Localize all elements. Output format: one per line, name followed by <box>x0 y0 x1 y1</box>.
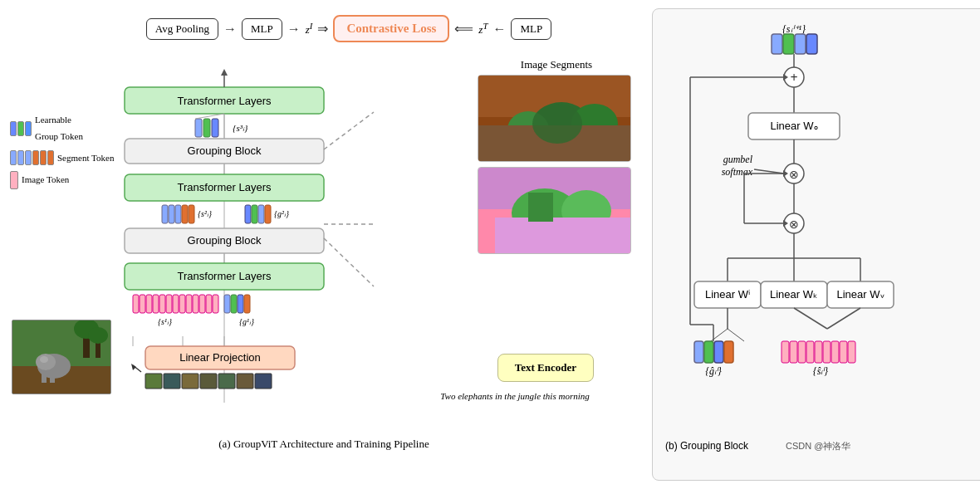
svg-rect-35 <box>258 205 264 223</box>
svg-rect-146 <box>840 341 847 363</box>
svg-rect-144 <box>823 341 831 363</box>
elephant-svg <box>12 320 111 394</box>
svg-text:Transformer Layers: Transformer Layers <box>178 270 272 282</box>
svg-rect-139 <box>782 341 789 363</box>
svg-rect-36 <box>265 205 271 223</box>
svg-point-7 <box>40 356 48 363</box>
svg-rect-147 <box>848 341 855 363</box>
svg-rect-16 <box>203 119 210 137</box>
svg-rect-31 <box>189 205 194 223</box>
svg-rect-51 <box>179 295 185 313</box>
svg-rect-54 <box>199 295 205 313</box>
svg-rect-58 <box>231 295 237 313</box>
svg-rect-74 <box>255 374 272 389</box>
svg-line-77 <box>195 114 224 119</box>
svg-point-86 <box>532 104 582 144</box>
svg-text:Transformer Layers: Transformer Layers <box>178 181 272 193</box>
svg-rect-56 <box>213 295 218 313</box>
legend-learnable-label: Learnable Group Token <box>35 112 83 145</box>
arch-svg: Transformer Layers {s³ᵢ} Grouping Block <box>116 46 532 444</box>
svg-rect-33 <box>245 205 251 223</box>
svg-rect-48 <box>159 295 165 313</box>
svg-rect-46 <box>146 295 152 313</box>
segment-svg-1 <box>478 76 631 162</box>
text-input-label: Two elephants in the jungle this morning <box>390 391 639 401</box>
svg-rect-95 <box>783 34 794 54</box>
z-t-label: zT <box>478 21 488 37</box>
top-flow-row: Avg Pooling → MLP → zI ⇒ Contrastive Los… <box>146 15 551 42</box>
legend-blue-tok <box>10 121 17 136</box>
svg-rect-6 <box>50 372 55 383</box>
legend-segment-tokens <box>10 150 54 165</box>
z-i-sup: I <box>310 21 313 31</box>
svg-line-22 <box>324 112 374 149</box>
svg-text:softmax: softmax <box>722 166 753 178</box>
svg-rect-143 <box>815 341 822 363</box>
svg-rect-27 <box>162 205 168 223</box>
svg-text:{s³ᵢ}: {s³ᵢ} <box>233 123 248 133</box>
svg-rect-97 <box>806 34 817 54</box>
main-container: Avg Pooling → MLP → zI ⇒ Contrastive Los… <box>0 0 980 489</box>
svg-text:{s¹ᵢ}: {s¹ᵢ} <box>158 317 172 326</box>
svg-marker-76 <box>131 364 136 370</box>
svg-rect-136 <box>714 341 723 363</box>
svg-text:(b) Grouping Block: (b) Grouping Block <box>665 440 749 452</box>
learnable-text: Learnable <box>35 112 83 129</box>
svg-rect-53 <box>193 295 198 313</box>
svg-rect-59 <box>238 295 243 313</box>
img-segment-1 <box>478 75 631 162</box>
grouping-block-svg: {sᵢˡ⁺¹} + Linear Wₒ ⊗ gumbel softmax <box>661 17 977 466</box>
svg-rect-28 <box>169 205 174 223</box>
leg-seg5 <box>40 150 47 165</box>
svg-text:Grouping Block: Grouping Block <box>188 144 262 157</box>
svg-rect-96 <box>795 34 806 54</box>
svg-rect-68 <box>145 374 162 389</box>
leg-seg2 <box>17 150 24 165</box>
right-panel: {sᵢˡ⁺¹} + Linear Wₒ ⊗ gumbel softmax <box>652 8 980 481</box>
svg-rect-94 <box>772 34 782 54</box>
svg-rect-52 <box>186 295 192 313</box>
svg-text:Linear Projection: Linear Projection <box>179 351 261 364</box>
svg-text:Linear Wₖ: Linear Wₖ <box>770 288 818 301</box>
leg-img-tok <box>10 171 18 189</box>
svg-rect-29 <box>175 205 181 223</box>
svg-rect-55 <box>206 295 212 313</box>
svg-text:Grouping Block: Grouping Block <box>188 234 262 247</box>
svg-rect-69 <box>164 374 180 389</box>
svg-rect-70 <box>182 374 198 389</box>
svg-rect-72 <box>218 374 235 389</box>
arrow-4: ⟸ <box>454 21 473 37</box>
legend-green-tok <box>17 121 24 136</box>
svg-text:⊗: ⊗ <box>789 169 799 181</box>
svg-text:{g²ᵢ}: {g²ᵢ} <box>274 209 289 218</box>
svg-line-40 <box>324 238 374 286</box>
arrow-3: ⇒ <box>317 21 328 37</box>
svg-rect-60 <box>244 295 250 313</box>
svg-rect-142 <box>806 341 814 363</box>
leg-seg4 <box>32 150 39 165</box>
arrow-1: → <box>223 22 237 37</box>
svg-rect-44 <box>133 295 139 313</box>
legend-learnable: Learnable Group Token <box>10 112 114 145</box>
svg-rect-30 <box>182 205 188 223</box>
svg-rect-45 <box>140 295 145 313</box>
image-token-text: Image Token <box>22 172 69 188</box>
legend-image: Image Token <box>10 171 114 189</box>
arrow-2: → <box>287 22 301 37</box>
svg-rect-57 <box>224 295 230 313</box>
svg-line-131 <box>827 308 860 329</box>
svg-text:gumbel: gumbel <box>723 154 753 165</box>
svg-line-130 <box>794 308 827 329</box>
left-panel: Avg Pooling → MLP → zI ⇒ Contrastive Los… <box>8 8 639 481</box>
svg-rect-50 <box>173 295 179 313</box>
svg-rect-145 <box>831 341 839 363</box>
elephant-photo <box>12 320 111 394</box>
svg-rect-135 <box>704 341 713 363</box>
svg-line-133 <box>728 329 744 341</box>
avg-pooling-box: Avg Pooling <box>146 18 218 40</box>
svg-rect-15 <box>195 119 202 137</box>
segment-svg-2 <box>478 168 631 254</box>
left-caption: (a) GroupViT Architecture and Training P… <box>8 438 639 451</box>
svg-rect-47 <box>153 295 159 313</box>
svg-rect-141 <box>798 341 806 363</box>
